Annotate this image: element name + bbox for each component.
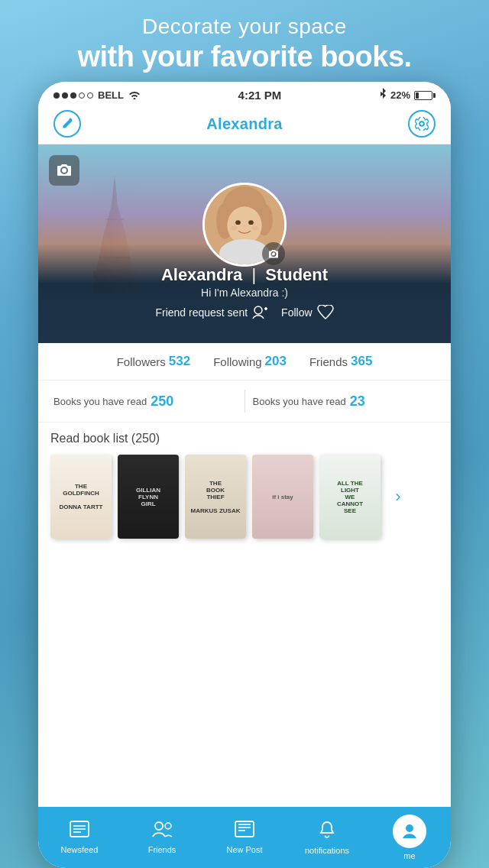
bluetooth-icon [379,88,387,102]
stats-divider [244,390,245,413]
tab-me-label: me [403,851,415,860]
carrier-name: BELL [98,89,124,101]
book-all-light[interactable]: ALL THELIGHTWECANNOTSEE [319,455,381,539]
new-post-icon [235,821,254,842]
settings-button[interactable] [408,110,436,138]
book-goldfinch-cover: THEGOLDFINCHDONNA TARTT [50,455,112,539]
tab-notifications[interactable]: notifications [286,814,368,861]
followers-label: Followers [117,355,166,368]
profile-separator: | [251,265,256,284]
nav-bar: Alexandra [38,105,451,144]
book-if-i-stay-cover: if i stay [252,455,313,539]
books-read-stat: Books you have read 250 [53,394,237,410]
book-all-light-cover: ALL THELIGHTWECANNOTSEE [319,455,381,539]
book-gone-girl-cover: GILLIANFLYNNGIRL [118,455,179,539]
stats-bar: Followers 532 Following 203 Friends 365 [38,343,451,381]
profile-name: Alexandra [161,265,242,284]
profile-bio: Hi I'm Alexandra :) [38,287,451,299]
books-read2-stat: Books you have read 23 [253,394,436,410]
follow-label: Follow [281,306,312,319]
followers-stat: Followers 532 [117,354,191,369]
signal-dots [53,92,93,99]
profile-actions: Friend request sent Follow [38,305,451,320]
tab-friends[interactable]: Friends [121,815,203,860]
signal-dot-4 [79,92,85,99]
hero-line2: with your favorite books. [77,40,411,75]
books-read2-count: 23 [350,394,365,410]
svg-point-0 [419,122,423,126]
notifications-icon [318,820,336,843]
tab-newsfeed-label: Newsfeed [61,845,99,854]
signal-dot-1 [53,92,60,99]
svg-point-19 [254,306,262,314]
tab-me[interactable]: me [368,808,451,866]
svg-point-27 [165,823,171,829]
hero-text: Decorate your space with your favorite b… [62,0,426,82]
wifi-icon [128,89,141,102]
signal-dot-5 [87,92,93,99]
svg-point-16 [230,226,237,231]
books-read-count: 250 [151,394,173,410]
avatar-container [202,183,287,267]
book-thief-cover: THEBOOKTHIEFMARKUS ZUSAK [185,455,246,539]
svg-point-32 [406,824,413,832]
friends-stat: Friends 365 [309,354,372,369]
change-avatar-button[interactable] [262,242,285,265]
book-list-title: Read book list (250) [50,432,439,445]
newsfeed-icon [70,821,89,842]
tab-newsfeed[interactable]: Newsfeed [38,815,121,860]
books-row: THEGOLDFINCHDONNA TARTT GILLIANFLYNNGIRL… [50,455,439,539]
book-list-section: Read book list (250) THEGOLDFINCHDONNA T… [38,423,451,807]
battery-icon [414,91,436,100]
following-count: 203 [265,354,287,369]
friends-count: 365 [351,354,372,369]
book-goldfinch[interactable]: THEGOLDFINCHDONNA TARTT [50,455,112,539]
tab-friends-label: Friends [148,845,176,854]
hero-line1: Decorate your space [77,14,411,40]
tab-new-post-label: New Post [226,845,262,854]
tab-bar: Newsfeed Friends New Post notifications … [38,807,451,868]
following-label: Following [213,355,261,368]
edit-button[interactable] [53,110,81,138]
svg-point-14 [235,221,241,225]
nav-title: Alexandra [206,115,282,133]
svg-point-26 [155,822,163,830]
status-time: 4:21 PM [238,89,282,102]
book-gone-girl[interactable]: GILLIANFLYNNGIRL [118,455,179,539]
svg-rect-28 [235,821,254,837]
tab-new-post[interactable]: New Post [203,815,286,860]
books-read2-label: Books you have read [253,396,346,407]
battery-pct: 22% [390,89,410,101]
svg-point-13 [227,207,261,245]
signal-dot-2 [62,92,68,99]
books-read-label: Books you have read [53,396,147,407]
status-bar: BELL 4:21 PM 22% [38,82,451,105]
books-stats-bar: Books you have read 250 Books you have r… [38,381,451,423]
change-cover-button[interactable] [49,155,79,186]
profile-name-role: Alexandra | Student [38,265,451,285]
me-avatar-icon [393,815,426,848]
books-next-button[interactable]: › [387,485,410,508]
follow-button[interactable]: Follow [281,305,333,320]
svg-point-17 [251,226,258,231]
status-left: BELL [53,89,141,102]
book-thief[interactable]: THEBOOKTHIEFMARKUS ZUSAK [185,455,246,539]
tab-notifications-label: notifications [305,846,349,855]
profile-cover: Alexandra | Student Hi I'm Alexandra :) … [38,144,451,343]
friend-request-button[interactable]: Friend request sent [155,306,269,319]
profile-role: Student [265,265,328,284]
signal-dot-3 [70,92,76,99]
following-stat: Following 203 [213,354,287,369]
friends-label: Friends [309,355,348,368]
svg-point-15 [248,221,254,225]
phone-frame: BELL 4:21 PM 22% Alexandra [38,82,451,868]
book-if-i-stay[interactable]: if i stay [252,455,313,539]
friend-request-label: Friend request sent [155,306,248,319]
friends-icon [151,821,173,842]
followers-count: 532 [169,354,190,369]
profile-info: Alexandra | Student Hi I'm Alexandra :) … [38,265,451,320]
status-right: 22% [379,88,436,102]
